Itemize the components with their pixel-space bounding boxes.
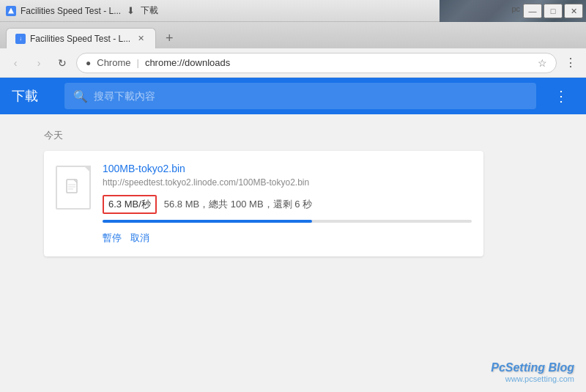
bookmark-star-icon[interactable]: ☆ xyxy=(538,57,547,69)
forward-button[interactable]: › xyxy=(29,53,48,73)
file-url: http://speedtest.tokyo2.linode.com/100MB… xyxy=(103,177,472,188)
url-source: Chrome xyxy=(97,57,130,68)
watermark: PcSetting Blog www.pcsetting.com xyxy=(491,361,574,383)
speed-badge: 6.3 MB/秒 xyxy=(103,195,157,214)
progress-bar-fill xyxy=(103,220,312,223)
active-tab[interactable]: ↓ Facilities Speed Test - L... ✕ xyxy=(6,28,156,48)
pause-link[interactable]: 暫停 xyxy=(103,232,122,245)
secure-icon: ● xyxy=(86,58,91,68)
url-path: chrome://downloads xyxy=(145,57,230,68)
url-bar[interactable]: ● Chrome | chrome://downloads ☆ xyxy=(76,53,557,73)
date-section-label: 今天 xyxy=(44,129,542,142)
download-tab-label: 下載 xyxy=(141,4,158,17)
progress-bar-container xyxy=(103,220,472,223)
downloads-page-title: 下載 xyxy=(12,87,53,105)
search-icon: 🔍 xyxy=(73,89,88,103)
cancel-link[interactable]: 取消 xyxy=(130,232,149,245)
watermark-line1: PcSetting Blog xyxy=(491,361,574,374)
maximize-button[interactable]: □ xyxy=(544,4,563,18)
back-button[interactable]: ‹ xyxy=(6,53,25,73)
new-tab-button[interactable]: + xyxy=(159,28,179,48)
file-name-link[interactable]: 100MB-tokyo2.bin xyxy=(103,163,472,174)
tab-favicon-icon: ↓ xyxy=(15,34,26,44)
minimize-button[interactable]: — xyxy=(523,4,542,18)
tab-close-icon[interactable]: ✕ xyxy=(135,33,146,45)
download-status: 56.8 MB，總共 100 MB，還剩 6 秒 xyxy=(164,198,312,211)
tab-title: Facilities Speed Test - L... xyxy=(30,34,130,44)
reload-button[interactable]: ↻ xyxy=(53,53,72,73)
url-separator: | xyxy=(137,57,139,68)
search-bar[interactable]: 🔍 xyxy=(64,83,536,109)
title-bar-text: Facilities Speed Test - L... xyxy=(21,6,121,16)
more-menu-button[interactable]: ⋮ xyxy=(548,87,574,105)
tab-favicon xyxy=(6,6,16,16)
search-input[interactable] xyxy=(94,90,527,102)
pc-user-label: pc xyxy=(511,4,520,13)
close-button[interactable]: ✕ xyxy=(564,4,583,18)
download-card: 100MB-tokyo2.bin http://speedtest.tokyo2… xyxy=(44,151,483,256)
watermark-line2: www.pcsetting.com xyxy=(491,374,574,383)
file-icon xyxy=(56,166,91,210)
chrome-menu-button[interactable]: ⋮ xyxy=(561,53,580,73)
